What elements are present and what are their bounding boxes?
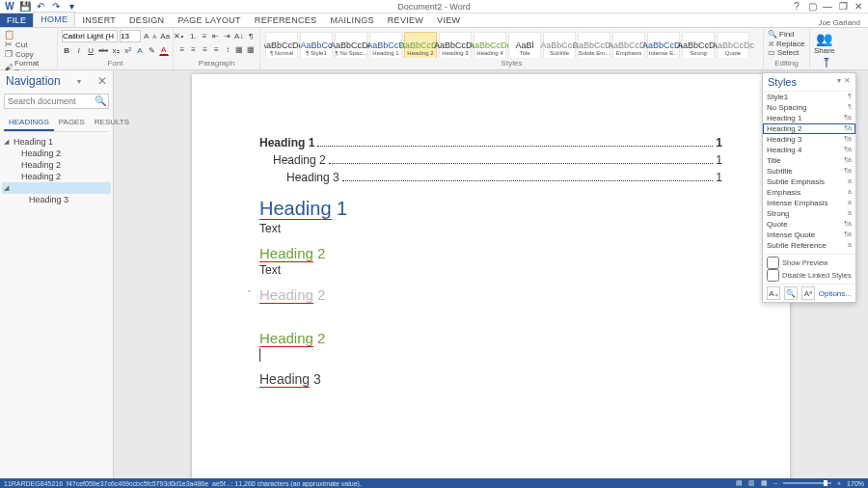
blank-line[interactable] (259, 303, 722, 320)
close-icon[interactable]: ✕ (853, 1, 864, 12)
print-layout-icon[interactable]: ▥ (748, 479, 755, 487)
tab-insert[interactable]: INSERT (75, 14, 122, 27)
bullets-icon[interactable]: • (177, 30, 187, 41)
show-preview-input[interactable] (767, 257, 779, 269)
multilevel-icon[interactable]: ≡ (200, 30, 209, 41)
text-effects-icon[interactable]: A (135, 44, 145, 56)
read-mode-icon[interactable]: ▤ (736, 479, 743, 487)
paste-icon[interactable]: 📋 (4, 30, 14, 40)
nav-tree-node[interactable]: Heading 2 (2, 159, 111, 171)
styles-pane-item[interactable]: Style1¶ (763, 92, 855, 102)
styles-gallery[interactable]: AaBbCcDc¶ NormalAaBbCc¶ Style1AaBbCcDc¶ … (264, 30, 759, 58)
chevron-down-icon[interactable]: ▾ (837, 76, 841, 88)
show-preview-checkbox[interactable]: Show Preview (767, 257, 852, 269)
tab-view[interactable]: VIEW (430, 14, 467, 27)
style-gallery-item[interactable]: AaBbCcDSubtitle (543, 32, 576, 58)
tab-home[interactable]: HOME (33, 12, 75, 27)
document-page[interactable]: Heading 1 1Heading 2 1Heading 3 1 Headin… (192, 74, 790, 478)
superscript-button[interactable]: x² (122, 44, 132, 56)
styles-pane-item[interactable]: Heading 4¶a (763, 145, 855, 155)
style-gallery-item[interactable]: AaBbCcDc¶ Normal (265, 32, 298, 58)
doc-heading-2[interactable]: Heading 2 (259, 245, 722, 261)
tab-page-layout[interactable]: PAGE LAYOUT (171, 14, 247, 27)
sort-icon[interactable]: A↓ (233, 30, 244, 41)
styles-pane-item[interactable]: Subtle Referencea (763, 240, 855, 251)
zoom-knob[interactable] (824, 480, 827, 486)
nav-tab-headings[interactable]: HEADINGS (4, 115, 54, 131)
help-icon[interactable]: ? (791, 1, 802, 12)
styles-pane-item[interactable]: Heading 3¶a (763, 134, 855, 145)
style-gallery-item[interactable]: AaBbCcDcIntense E... (647, 32, 680, 58)
search-input[interactable] (4, 94, 109, 109)
nav-tab-pages[interactable]: PAGES (54, 115, 90, 131)
style-gallery-item[interactable]: AaBbCc¶ Style1 (300, 32, 333, 58)
styles-pane-item[interactable]: Heading 1¶a (763, 113, 855, 123)
copy-label[interactable]: Copy (15, 50, 34, 59)
doc-text[interactable]: Text (259, 263, 722, 277)
strike-button[interactable]: abc (97, 44, 109, 56)
styles-options-link[interactable]: Options... (819, 289, 852, 298)
web-layout-icon[interactable]: ▦ (761, 479, 768, 487)
tab-file[interactable]: FILE (0, 14, 33, 27)
toc-row[interactable]: Heading 3 1 (259, 171, 722, 184)
select-icon[interactable]: ▭ (768, 48, 775, 57)
increase-indent-icon[interactable]: ⇥ (222, 30, 231, 41)
zoom-in-icon[interactable]: + (837, 480, 841, 487)
styles-pane-item[interactable]: Title¶a (763, 155, 855, 166)
decrease-indent-icon[interactable]: ⇤ (211, 30, 221, 41)
show-marks-icon[interactable]: ¶ (246, 30, 256, 41)
restore-icon[interactable]: ❐ (837, 1, 849, 12)
styles-pane-item[interactable]: Heading 2¶a (763, 123, 855, 134)
ribbon-display-icon[interactable]: ▢ (806, 1, 818, 12)
tab-mailings[interactable]: MAILINGS (323, 14, 380, 27)
styles-pane-list[interactable]: Style1¶No Spacing¶Heading 1¶aHeading 2¶a… (763, 92, 855, 254)
styles-pane-item[interactable]: Intense Emphasisa (763, 198, 855, 208)
styles-pane-item[interactable]: Subtle Emphasisa (763, 176, 855, 187)
style-inspector-icon[interactable]: 🔍 (784, 286, 798, 300)
find-icon[interactable]: 🔍 (768, 30, 777, 39)
style-gallery-item[interactable]: AaBbCcDcSubtle Em... (578, 32, 610, 58)
tab-references[interactable]: REFERENCES (248, 14, 324, 27)
tab-design[interactable]: DESIGN (122, 14, 171, 27)
manage-styles-icon[interactable]: Aᵃ (801, 286, 815, 300)
line-spacing-icon[interactable]: ↕ (223, 44, 232, 56)
select-label[interactable]: Select (777, 48, 799, 57)
nav-close-icon[interactable]: ✕ (97, 74, 107, 88)
italic-button[interactable]: I (73, 44, 83, 56)
zoom-out-icon[interactable]: − (773, 480, 777, 487)
chevron-down-icon[interactable]: ▾ (77, 77, 81, 86)
align-center-icon[interactable]: ≡ (189, 44, 199, 56)
copy-icon[interactable]: ❐ (4, 49, 14, 59)
align-right-icon[interactable]: ≡ (201, 44, 210, 56)
doc-heading-1[interactable]: Heading 1 (259, 198, 722, 220)
nav-tree-node[interactable]: ◢Heading 1 (2, 136, 111, 148)
styles-pane-item[interactable]: Emphasisa (763, 187, 855, 198)
style-gallery-item[interactable]: AaBlTitle (508, 32, 541, 58)
styles-pane-item[interactable]: No Spacing¶ (763, 102, 855, 113)
toc-row[interactable]: Heading 1 1 (259, 136, 722, 149)
tab-review[interactable]: REVIEW (381, 14, 430, 27)
doc-heading-3[interactable]: Heading 3 (259, 371, 722, 387)
styles-pane-item[interactable]: Stronga (763, 208, 855, 219)
underline-button[interactable]: U (86, 44, 95, 56)
doc-heading-2[interactable]: Heading 2 (259, 330, 722, 346)
styles-pane-item[interactable]: Subtitle¶a (763, 166, 855, 176)
font-size-input[interactable] (120, 30, 141, 42)
zoom-level[interactable]: 170% (847, 480, 864, 487)
style-gallery-item[interactable]: AaBbCcDcStrong (682, 32, 715, 58)
search-icon[interactable]: 🔍 (95, 95, 106, 106)
style-gallery-item[interactable]: AaBbCcDcHeading 3 (439, 32, 472, 58)
cut-icon[interactable]: ✂ (4, 40, 14, 49)
undo-icon[interactable]: ↶ (35, 1, 46, 13)
style-gallery-item[interactable]: AaBbCcDcQuote (717, 32, 749, 58)
borders-icon[interactable]: ▦ (246, 44, 256, 56)
shading-icon[interactable]: ▦ (234, 44, 244, 56)
minimize-icon[interactable]: — (822, 1, 833, 12)
share-button[interactable]: 👥Share (814, 31, 834, 55)
justify-icon[interactable]: ≡ (211, 44, 221, 56)
align-left-icon[interactable]: ≡ (177, 44, 187, 56)
styles-pane-close-icon[interactable]: ✕ (844, 76, 851, 88)
find-label[interactable]: Find (779, 30, 795, 39)
doc-text[interactable]: Text (259, 222, 722, 235)
subscript-button[interactable]: x₂ (111, 44, 121, 56)
